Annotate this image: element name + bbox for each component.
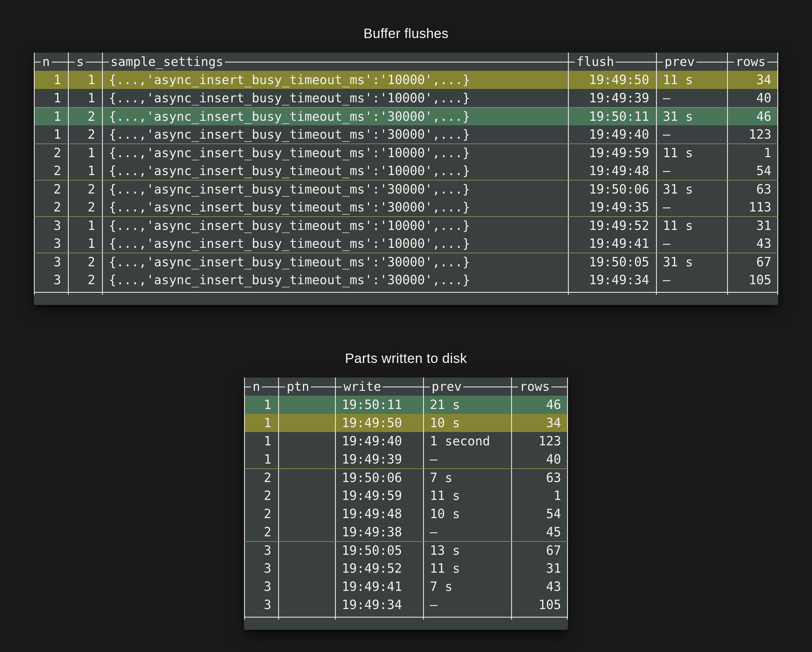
parts-written-row: 119:49:39–40: [244, 450, 568, 469]
parts-written-row: 219:50:067 s63: [244, 469, 568, 487]
buffer-flushes-panel: nssample_settingsflushprevrows11{...,'as…: [34, 53, 778, 305]
section1-title: Buffer flushes: [17, 26, 795, 41]
buffer-flushes-cell-sample_settings: {...,'async_insert_busy_timeout_ms':'300…: [102, 253, 568, 271]
parts-written-panel: nptnwriteprevrows119:50:1121 s46119:49:5…: [244, 377, 568, 630]
parts-written-cell-n: 3: [244, 596, 278, 614]
buffer-flushes-cell-sample_settings: {...,'async_insert_busy_timeout_ms':'300…: [102, 198, 568, 216]
parts-written-cell-write: 19:50:06: [335, 469, 423, 487]
buffer-flushes-row: 21{...,'async_insert_busy_timeout_ms':'1…: [34, 162, 778, 180]
parts-written-col-header-label-n: n: [251, 377, 262, 395]
buffer-flushes-cell-flush: 19:49:59: [568, 144, 656, 162]
parts-written-cell-write: 19:49:39: [335, 450, 423, 469]
buffer-flushes-row: 22{...,'async_insert_busy_timeout_ms':'3…: [34, 198, 778, 216]
parts-written-cell-n: 2: [244, 523, 278, 541]
buffer-flushes-cell-n: 2: [34, 180, 68, 198]
buffer-flushes-cell-prev: –: [656, 125, 727, 144]
parts-written-cell-prev: 11 s: [423, 487, 511, 505]
buffer-flushes-row: 31{...,'async_insert_busy_timeout_ms':'1…: [34, 216, 778, 235]
buffer-flushes-row: 12{...,'async_insert_busy_timeout_ms':'3…: [34, 107, 778, 125]
buffer-flushes-cell-sample_settings: {...,'async_insert_busy_timeout_ms':'100…: [102, 71, 568, 89]
parts-written-cell-n: 1: [244, 395, 278, 414]
buffer-flushes-cell-n: 2: [34, 162, 68, 180]
buffer-flushes-cell-prev: 11 s: [656, 144, 727, 162]
buffer-flushes-cell-rows: 54: [727, 162, 778, 180]
parts-written-row: 219:49:38–45: [244, 523, 568, 541]
buffer-flushes-cell-prev: –: [656, 235, 727, 253]
parts-written-cell-write: 19:50:11: [335, 395, 423, 414]
buffer-flushes-cell-prev: –: [656, 89, 727, 107]
section2-title: Parts written to disk: [17, 350, 795, 366]
buffer-flushes-table: nssample_settingsflushprevrows11{...,'as…: [34, 53, 778, 295]
parts-written-cell-rows: 105: [511, 596, 568, 614]
buffer-flushes-cell-rows: 123: [727, 125, 778, 144]
buffer-flushes-row: 11{...,'async_insert_busy_timeout_ms':'1…: [34, 71, 778, 89]
buffer-flushes-row: 21{...,'async_insert_busy_timeout_ms':'1…: [34, 144, 778, 162]
buffer-flushes-cell-n: 1: [34, 125, 68, 144]
parts-written-row: 319:50:0513 s67: [244, 541, 568, 559]
buffer-flushes-cell-flush: 19:50:11: [568, 108, 656, 125]
buffer-flushes-footer-rule: [34, 289, 778, 295]
buffer-flushes-cell-prev: –: [656, 198, 727, 216]
buffer-flushes-col-header-label-flush: flush: [575, 53, 616, 71]
parts-written-row: 319:49:34–105: [244, 596, 568, 614]
parts-written-row: 119:49:5010 s34: [244, 414, 568, 432]
buffer-flushes-cell-s: 1: [68, 71, 102, 89]
parts-written-cell-write: 19:49:59: [335, 487, 423, 505]
buffer-flushes-cell-flush: 19:49:52: [568, 217, 656, 235]
buffer-flushes-cell-sample_settings: {...,'async_insert_busy_timeout_ms':'300…: [102, 108, 568, 125]
buffer-flushes-cell-n: 1: [34, 108, 68, 125]
parts-written-cell-write: 19:49:41: [335, 577, 423, 596]
buffer-flushes-cell-s: 1: [68, 217, 102, 235]
parts-written-cell-ptn: [278, 523, 335, 541]
buffer-flushes-col-header-label-n: n: [41, 53, 52, 71]
buffer-flushes-row: 22{...,'async_insert_busy_timeout_ms':'3…: [34, 180, 778, 198]
buffer-flushes-col-header-label-rows: rows: [734, 53, 768, 71]
parts-written-cell-ptn: [278, 395, 335, 414]
buffer-flushes-cell-rows: 113: [727, 198, 778, 216]
parts-written-cell-write: 19:49:34: [335, 596, 423, 614]
buffer-flushes-cell-rows: 43: [727, 235, 778, 253]
buffer-flushes-cell-n: 3: [34, 271, 68, 289]
parts-written-cell-rows: 123: [511, 432, 568, 450]
parts-written-row: 319:49:5211 s31: [244, 559, 568, 577]
parts-written-cell-write: 19:49:50: [335, 414, 423, 432]
parts-written-cell-prev: 10 s: [423, 505, 511, 523]
parts-written-header-row: nptnwriteprevrows: [244, 377, 568, 395]
parts-written-cell-rows: 43: [511, 577, 568, 596]
buffer-flushes-cell-flush: 19:50:06: [568, 180, 656, 198]
buffer-flushes-cell-n: 2: [34, 198, 68, 216]
parts-written-cell-ptn: [278, 469, 335, 487]
parts-written-cell-rows: 34: [511, 414, 568, 432]
parts-written-cell-rows: 54: [511, 505, 568, 523]
parts-written-cell-rows: 67: [511, 542, 568, 559]
buffer-flushes-cell-sample_settings: {...,'async_insert_busy_timeout_ms':'300…: [102, 180, 568, 198]
buffer-flushes-cell-flush: 19:49:40: [568, 125, 656, 144]
buffer-flushes-cell-rows: 63: [727, 180, 778, 198]
buffer-flushes-cell-prev: –: [656, 271, 727, 289]
buffer-flushes-row: 32{...,'async_insert_busy_timeout_ms':'3…: [34, 253, 778, 271]
parts-written-cell-rows: 40: [511, 450, 568, 469]
parts-written-row: 119:50:1121 s46: [244, 395, 568, 414]
buffer-flushes-cell-sample_settings: {...,'async_insert_busy_timeout_ms':'300…: [102, 125, 568, 144]
parts-written-cell-n: 3: [244, 559, 278, 577]
buffer-flushes-cell-flush: 19:50:05: [568, 253, 656, 271]
buffer-flushes-cell-s: 2: [68, 253, 102, 271]
parts-written-cell-ptn: [278, 559, 335, 577]
buffer-flushes-cell-n: 1: [34, 89, 68, 107]
parts-written-cell-prev: 1 second: [423, 432, 511, 450]
buffer-flushes-cell-s: 1: [68, 89, 102, 107]
parts-written-row: 319:49:417 s43: [244, 577, 568, 596]
buffer-flushes-cell-sample_settings: {...,'async_insert_busy_timeout_ms':'100…: [102, 162, 568, 180]
parts-written-col-header-label-prev: prev: [430, 377, 463, 395]
parts-written-cell-n: 3: [244, 542, 278, 559]
parts-written-cell-n: 1: [244, 432, 278, 450]
buffer-flushes-cell-s: 2: [68, 125, 102, 144]
parts-written-cell-ptn: [278, 432, 335, 450]
parts-written-cell-ptn: [278, 414, 335, 432]
buffer-flushes-cell-sample_settings: {...,'async_insert_busy_timeout_ms':'100…: [102, 144, 568, 162]
parts-written-row: 119:49:401 second123: [244, 432, 568, 450]
parts-written-cell-n: 2: [244, 469, 278, 487]
buffer-flushes-cell-flush: 19:49:41: [568, 235, 656, 253]
parts-written-cell-prev: 21 s: [423, 395, 511, 414]
buffer-flushes-cell-rows: 46: [727, 108, 778, 125]
